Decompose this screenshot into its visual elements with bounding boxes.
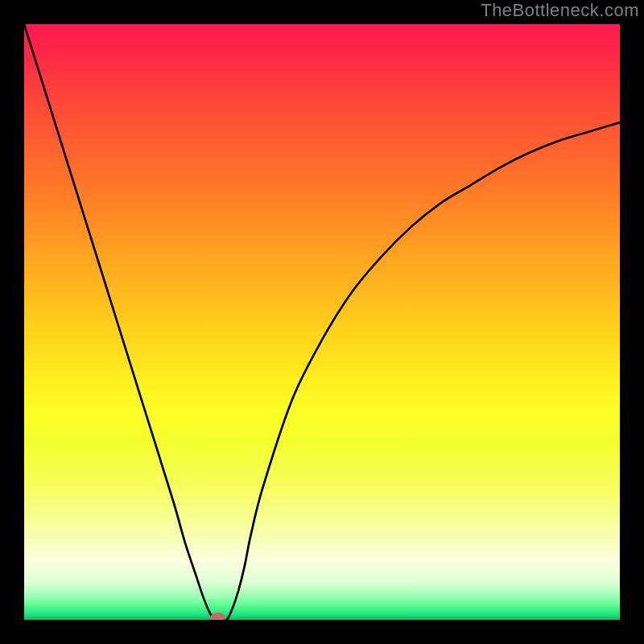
chart-background <box>24 24 620 620</box>
chart-frame: TheBottleneck.com <box>0 0 644 644</box>
watermark-text: TheBottleneck.com <box>481 0 639 21</box>
bottleneck-chart <box>24 24 620 620</box>
